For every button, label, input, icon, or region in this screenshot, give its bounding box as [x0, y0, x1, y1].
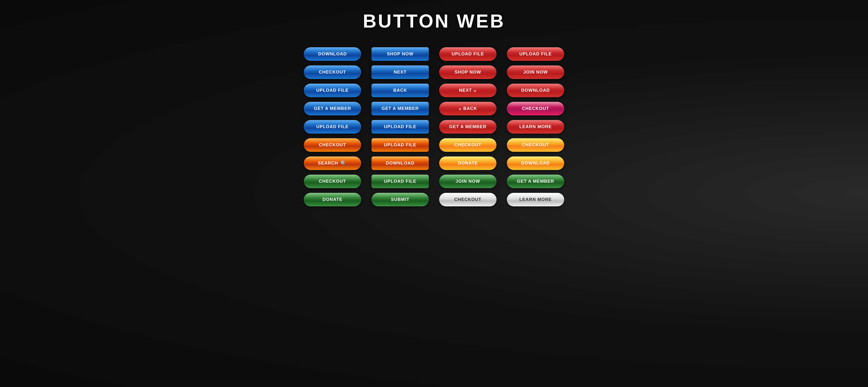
c2r8-button[interactable]: UPLOAD FILE [372, 175, 429, 188]
c4r6-button[interactable]: Checkout [507, 138, 564, 152]
button-label: SHOP NOW [455, 70, 481, 75]
c2r7-button[interactable]: DOWNLOAD [372, 156, 429, 170]
c1r4-button[interactable]: Get a member [304, 102, 361, 115]
page-title: BUTTON WEB [363, 10, 505, 32]
c3r7-button[interactable]: DONATE [439, 156, 496, 170]
button-label: DOWNLOAD [386, 161, 414, 166]
button-label: Checkout [319, 70, 346, 75]
c3r6-button[interactable]: Checkout [439, 138, 496, 152]
c2r4-button[interactable]: Get a member [372, 102, 429, 115]
button-label: DOWNLOAD [318, 51, 347, 57]
button-label: Get a member [450, 124, 487, 130]
c1r2-button[interactable]: Checkout [304, 66, 361, 79]
button-label: UPLOAD FILE [316, 124, 349, 130]
search-icon: 🔍 [340, 160, 347, 166]
c2r2-button[interactable]: Next [372, 66, 429, 79]
c3r3-button[interactable]: Next» [439, 84, 496, 97]
button-label: DONATE [322, 197, 343, 202]
button-label: UPLOAD FILE [384, 142, 416, 148]
c2r1-button[interactable]: SHOP NOW [372, 47, 429, 61]
c1r9-button[interactable]: DONATE [304, 193, 361, 206]
c1r3-button[interactable]: UPLOAD FILE [304, 84, 361, 97]
c1r7-button[interactable]: Search🔍 [304, 156, 361, 170]
button-label: Get a member [382, 106, 419, 111]
button-label: LEARN MORE [519, 197, 552, 202]
button-label: Next [394, 70, 406, 75]
c4r5-button[interactable]: LEARN MORE [507, 120, 564, 134]
button-label: Back [393, 88, 407, 93]
button-label: DOWNLOAD [521, 161, 550, 166]
c3r5-button[interactable]: Get a member [439, 120, 496, 134]
button-label: DONATE [458, 161, 478, 166]
button-label: Get a member [314, 106, 351, 111]
c3r9-button[interactable]: Checkout [439, 193, 496, 206]
arrow-right-icon: » [473, 87, 477, 94]
c4r3-button[interactable]: DOWNLOAD [507, 84, 564, 97]
c4r8-button[interactable]: Get a member [507, 175, 564, 188]
button-label: Checkout [522, 106, 549, 111]
button-label: UPLOAD FILE [384, 124, 416, 130]
c4r2-button[interactable]: JOIN NOW [507, 66, 564, 79]
c1r6-button[interactable]: Checkout [304, 138, 361, 152]
button-label: Search [318, 161, 338, 166]
c2r9-button[interactable]: Submit [372, 193, 429, 206]
button-label: UPLOAD FILE [452, 51, 484, 57]
c3r2-button[interactable]: SHOP NOW [439, 66, 496, 79]
button-label: Checkout [454, 142, 482, 148]
button-label: UPLOAD FILE [519, 51, 552, 57]
button-label: JOIN NOW [456, 179, 480, 184]
button-label: UPLOAD FILE [316, 88, 349, 93]
button-label: SHOP NOW [387, 51, 413, 57]
button-label: Submit [391, 197, 409, 202]
c2r5-button[interactable]: UPLOAD FILE [372, 120, 429, 134]
button-grid: DOWNLOADSHOP NOWUPLOAD FILEUPLOAD FILECh… [304, 47, 564, 206]
button-label: Next [459, 88, 472, 93]
button-label: JOIN NOW [523, 70, 548, 75]
c3r4-button[interactable]: «Back [439, 102, 496, 115]
c4r9-button[interactable]: LEARN MORE [507, 193, 564, 206]
c3r1-button[interactable]: UPLOAD FILE [439, 47, 496, 61]
button-label: Back [463, 106, 477, 111]
button-label: Checkout [522, 142, 549, 148]
c1r8-button[interactable]: Checkout [304, 175, 361, 188]
button-label: DOWNLOAD [521, 88, 550, 93]
button-label: Checkout [319, 142, 346, 148]
button-label: LEARN MORE [519, 124, 552, 130]
button-label: Checkout [319, 179, 346, 184]
c2r6-button[interactable]: UPLOAD FILE [372, 138, 429, 152]
arrow-left-icon: « [459, 106, 462, 112]
button-label: Get a member [517, 179, 554, 184]
c2r3-button[interactable]: Back [372, 84, 429, 97]
c4r4-button[interactable]: Checkout [507, 102, 564, 115]
c1r1-button[interactable]: DOWNLOAD [304, 47, 361, 61]
c4r7-button[interactable]: DOWNLOAD [507, 156, 564, 170]
c4r1-button[interactable]: UPLOAD FILE [507, 47, 564, 61]
c1r5-button[interactable]: UPLOAD FILE [304, 120, 361, 134]
c3r8-button[interactable]: JOIN NOW [439, 175, 496, 188]
button-label: UPLOAD FILE [384, 179, 416, 184]
button-label: Checkout [454, 197, 482, 202]
